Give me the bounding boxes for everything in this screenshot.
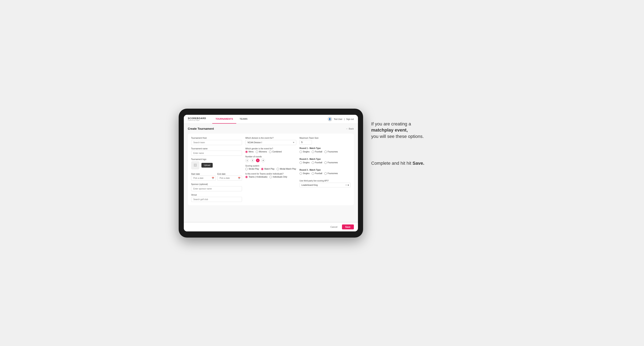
round2-singles[interactable]: Singles	[300, 162, 310, 164]
scoreboard-title: SCOREBOARD	[188, 117, 206, 120]
scoring-match[interactable]: Match Play	[261, 168, 274, 170]
annotation-top-text2: you will see these options.	[371, 134, 424, 139]
api-remove-btn[interactable]: ✕	[345, 184, 347, 186]
round3-singles-label: Singles	[303, 172, 310, 174]
sponsor-input[interactable]	[191, 186, 242, 191]
gender-combined[interactable]: Combined	[269, 151, 282, 153]
avatar: 👤	[328, 117, 332, 121]
round2-singles-label: Singles	[303, 162, 310, 164]
annotation-bottom: Complete and hit hit Save.	[371, 160, 466, 167]
venue-input[interactable]	[191, 197, 242, 202]
gender-group: Which gender is the event for? Mens Wome…	[245, 148, 296, 153]
teams-radio-group: Teams (+Individuals) Individuals Only	[245, 176, 296, 178]
teams-group: Is this event for Teams and/or Individua…	[245, 173, 296, 178]
division-select[interactable]: NCAA Division I	[245, 140, 296, 145]
max-team-size-label: Maximum Team Size	[300, 137, 350, 139]
logo-upload-area: 🖼 Upload	[191, 161, 242, 170]
tournament-host-group: Tournament Host	[191, 137, 242, 145]
scoring-medal[interactable]: Medal Match Play	[276, 168, 296, 170]
main-content: Create Tournament ← Back Tournament Host…	[184, 124, 358, 222]
round1-foursomes[interactable]: Foursomes	[324, 151, 338, 153]
form-col-2: Which division is the event for? NCAA Di…	[245, 137, 296, 202]
tournament-logo-label: Tournament logo	[191, 158, 242, 161]
tablet-frame: SCOREBOARD Powered by clippit TOURNAMENT…	[179, 109, 363, 238]
gender-womens-label: Womens	[259, 151, 267, 153]
gender-combined-label: Combined	[272, 151, 282, 153]
tournament-host-input[interactable]	[191, 140, 242, 145]
round2-radio-group: Singles Fourball Foursomes	[300, 162, 350, 164]
round3-fourball[interactable]: Fourball	[312, 172, 322, 175]
round3-fourball-label: Fourball	[315, 172, 322, 174]
round1-radio-group: Singles Fourball Foursomes	[300, 151, 350, 153]
round2-foursomes-label: Foursomes	[328, 162, 338, 164]
calendar-icon-end: 📅	[238, 177, 240, 179]
round1-singles[interactable]: Singles	[300, 151, 310, 153]
round2-foursomes[interactable]: Foursomes	[324, 162, 338, 164]
end-date-group: End date 📅	[218, 172, 242, 181]
start-date-group: Start date 📅	[191, 172, 216, 181]
back-link[interactable]: ← Back	[346, 128, 354, 130]
gender-mens[interactable]: Mens	[245, 151, 254, 153]
round2-fourball[interactable]: Fourball	[312, 162, 322, 164]
individuals-option[interactable]: Individuals Only	[270, 176, 287, 178]
scoring-stroke[interactable]: Stroke Play	[245, 168, 259, 170]
tab-tournaments[interactable]: TOURNAMENTS	[212, 115, 236, 124]
max-team-size-input[interactable]	[300, 140, 312, 145]
round1-fourball[interactable]: Fourball	[312, 151, 322, 153]
page-title: Create Tournament	[188, 127, 214, 130]
scoring-match-label: Match Play	[264, 168, 274, 170]
form-footer: Cancel Save	[184, 222, 358, 231]
api-select-wrapper[interactable]: Leaderboard King ✕ ▾	[300, 183, 350, 187]
round-2-circle[interactable]: 2	[250, 159, 254, 162]
start-date-wrapper: 📅	[191, 175, 216, 181]
rounds-label: Number of rounds	[245, 156, 296, 158]
calendar-icon: 📅	[212, 177, 214, 179]
round2-match-type: Round 2 - Match Type Singles Fourball	[300, 158, 350, 164]
round1-fourball-label: Fourball	[315, 151, 322, 153]
logo-placeholder: 🖼	[191, 161, 199, 170]
save-button[interactable]: Save	[342, 224, 354, 229]
date-group: Start date 📅 End date	[191, 172, 242, 181]
venue-label: Venue	[191, 194, 242, 196]
start-date-label: Start date	[191, 173, 200, 175]
annotation-top-bold: matchplay event,	[371, 128, 408, 133]
annotation-bottom-text: Complete and hit	[371, 161, 405, 166]
tournament-name-input[interactable]	[191, 151, 242, 156]
teams-option[interactable]: Teams (+Individuals)	[245, 176, 268, 178]
round-4-circle[interactable]: 4	[261, 159, 265, 162]
scoring-radio-group: Stroke Play Match Play Medal Match Play	[245, 168, 296, 170]
round3-radio-group: Singles Fourball Foursomes	[300, 172, 350, 175]
powered-by-label: Powered by clippit	[188, 120, 206, 121]
tournament-logo-group: Tournament logo 🖼 Upload	[191, 158, 242, 170]
round-1-circle[interactable]: 1	[245, 159, 249, 162]
gender-mens-label: Mens	[248, 151, 254, 153]
cancel-button[interactable]: Cancel	[328, 224, 340, 229]
upload-button[interactable]: Upload	[202, 163, 213, 168]
date-row: Start date 📅 End date	[191, 172, 242, 181]
max-team-size-group: Maximum Team Size	[300, 137, 350, 145]
tab-teams[interactable]: TEAMS	[236, 115, 251, 124]
annotation-top: If you are creating a matchplay event, y…	[371, 121, 466, 140]
api-chevron: ▾	[348, 184, 349, 186]
division-label: Which division is the event for?	[245, 137, 296, 139]
round1-foursomes-label: Foursomes	[328, 151, 338, 153]
tablet-screen: SCOREBOARD Powered by clippit TOURNAMENT…	[184, 115, 358, 231]
sponsor-group: Sponsor (optional)	[191, 183, 242, 191]
user-name: Test User	[334, 118, 342, 120]
round3-match-type: Round 3 - Match Type Singles Fourball	[300, 169, 350, 175]
api-label: Use third-party live scoring API?	[300, 180, 350, 182]
nav-logo: SCOREBOARD Powered by clippit	[188, 117, 206, 121]
rounds-group: Number of rounds 1 2 3 4	[245, 156, 296, 162]
sign-out-link[interactable]: Sign out	[346, 118, 354, 120]
round3-foursomes[interactable]: Foursomes	[324, 172, 338, 175]
api-group: Use third-party live scoring API? Leader…	[300, 180, 350, 187]
tournament-host-label: Tournament Host	[191, 137, 242, 139]
gender-womens[interactable]: Womens	[256, 151, 267, 153]
round3-singles[interactable]: Singles	[300, 172, 310, 175]
tournament-name-group: Tournament name	[191, 148, 242, 156]
nav-right: 👤 Test User | Sign out	[328, 117, 354, 121]
round1-singles-label: Singles	[303, 151, 310, 153]
round-3-circle[interactable]: 3	[256, 159, 260, 162]
round2-fourball-label: Fourball	[315, 162, 322, 164]
annotations: If you are creating a matchplay event, y…	[371, 109, 466, 167]
